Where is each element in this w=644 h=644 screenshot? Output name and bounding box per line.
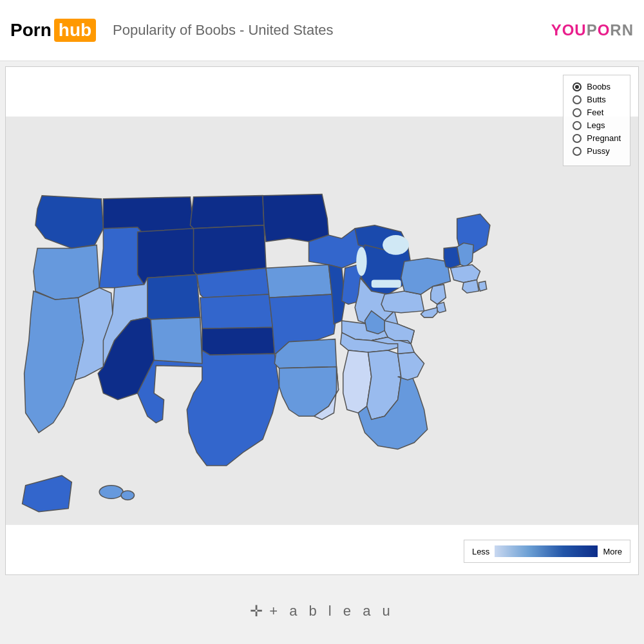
youporn-o: O bbox=[598, 21, 611, 39]
radio-pregnant[interactable] bbox=[573, 134, 582, 143]
state-ct[interactable] bbox=[462, 280, 479, 293]
state-hi-2[interactable] bbox=[121, 491, 134, 500]
tableau-brand: + a b l e a u bbox=[269, 603, 394, 620]
footer: ✛ + a b l e a u bbox=[0, 580, 644, 641]
youporn-logo: YOUPORN bbox=[551, 21, 634, 39]
legend-legs[interactable]: Legs bbox=[573, 120, 621, 130]
legend-boobs-label: Boobs bbox=[587, 82, 611, 91]
state-sd[interactable] bbox=[194, 225, 267, 275]
lake-michigan bbox=[356, 247, 366, 276]
state-nm[interactable] bbox=[151, 317, 202, 366]
chart-title: Popularity of Boobs - United States bbox=[113, 22, 551, 39]
state-ia[interactable] bbox=[266, 265, 332, 298]
state-ri[interactable] bbox=[478, 281, 486, 291]
radio-feet[interactable] bbox=[573, 108, 582, 117]
map-container: Boobs Butts Feet Legs Pregnant Pussy Les… bbox=[5, 66, 639, 575]
state-mn[interactable] bbox=[263, 194, 328, 242]
legend-feet-label: Feet bbox=[587, 108, 603, 117]
legend-pussy-label: Pussy bbox=[587, 146, 609, 156]
state-co[interactable] bbox=[147, 274, 200, 319]
radio-pussy[interactable] bbox=[573, 147, 582, 156]
state-hi[interactable] bbox=[99, 486, 123, 498]
legend-butts-label: Butts bbox=[587, 95, 606, 104]
legend-pregnant-label: Pregnant bbox=[587, 133, 621, 143]
youporn-p: P bbox=[587, 21, 598, 39]
you-text: YOU bbox=[551, 21, 587, 39]
us-map bbox=[6, 67, 638, 574]
pornhub-logo: Pornhub bbox=[10, 19, 96, 42]
state-ks[interactable] bbox=[200, 294, 273, 328]
color-bar bbox=[495, 545, 598, 557]
scale-more-label: More bbox=[603, 547, 622, 556]
radio-butts[interactable] bbox=[573, 95, 582, 104]
legend-butts[interactable]: Butts bbox=[573, 95, 621, 104]
legend-legs-label: Legs bbox=[587, 120, 605, 130]
youporn-rn: RN bbox=[610, 21, 634, 39]
state-pa[interactable] bbox=[381, 291, 424, 313]
legend-box: Boobs Butts Feet Legs Pregnant Pussy bbox=[563, 75, 630, 166]
porn-text: Porn bbox=[10, 20, 52, 41]
header: Pornhub Popularity of Boobs - United Sta… bbox=[0, 0, 644, 61]
color-scale: Less More bbox=[464, 540, 630, 563]
scale-less-label: Less bbox=[472, 547, 489, 556]
state-ok[interactable] bbox=[202, 327, 275, 355]
state-or[interactable] bbox=[33, 245, 99, 299]
legend-pregnant[interactable]: Pregnant bbox=[573, 133, 621, 143]
tableau-icon: ✛ bbox=[250, 602, 263, 620]
hub-box: hub bbox=[54, 19, 96, 42]
radio-boobs[interactable] bbox=[573, 82, 582, 91]
legend-pussy[interactable]: Pussy bbox=[573, 146, 621, 156]
lake-superior-part bbox=[383, 235, 409, 255]
lake-erie bbox=[372, 280, 401, 288]
legend-boobs[interactable]: Boobs bbox=[573, 82, 621, 91]
legend-feet[interactable]: Feet bbox=[573, 108, 621, 117]
radio-legs[interactable] bbox=[573, 121, 582, 130]
state-nd[interactable] bbox=[190, 196, 264, 229]
